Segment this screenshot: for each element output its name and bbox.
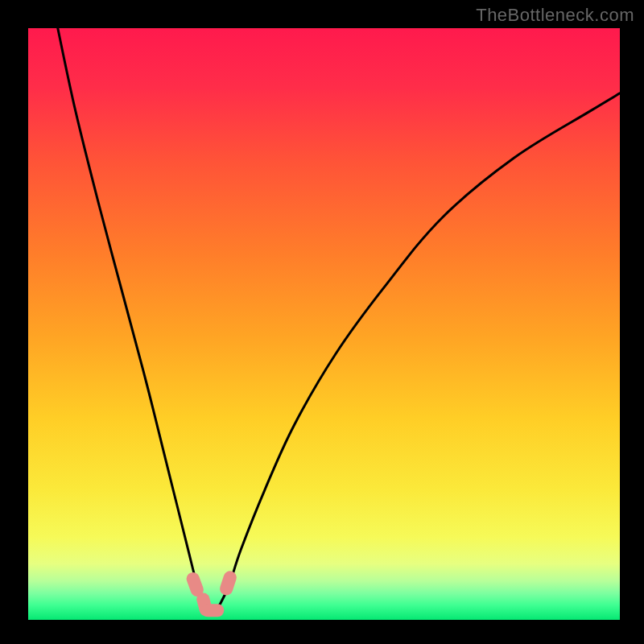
chart-root: TheBottleneck.com: [0, 0, 644, 644]
trough-marker: [201, 604, 224, 617]
trough-marker: [218, 569, 238, 597]
plot-area: [28, 28, 620, 620]
watermark-text: TheBottleneck.com: [476, 5, 634, 26]
curve-path: [58, 28, 620, 611]
bottleneck-curve: [28, 28, 620, 620]
svg-rect-3: [201, 604, 224, 617]
svg-rect-4: [218, 569, 238, 597]
